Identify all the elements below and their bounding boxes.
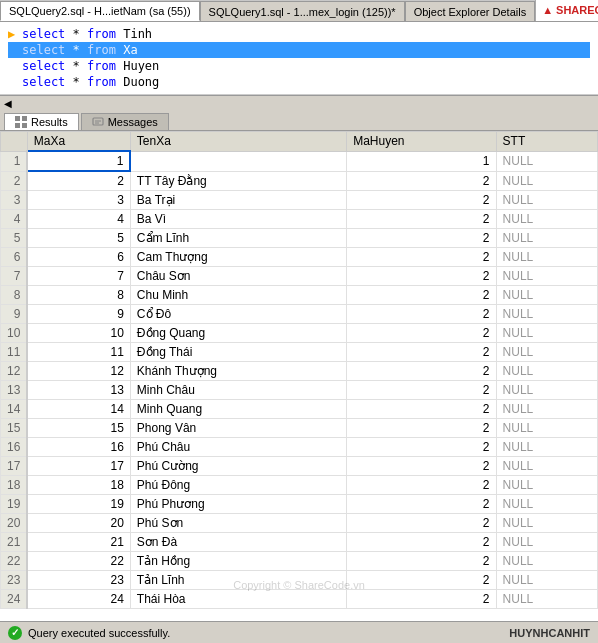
table-cell[interactable]: 2 [347, 343, 496, 362]
table-cell[interactable]: NULL [496, 248, 597, 267]
table-row[interactable]: 22TT Tây Đằng2NULL [1, 171, 598, 191]
table-cell[interactable]: 13 [27, 381, 130, 400]
table-row[interactable]: 1414Minh Quang2NULL [1, 400, 598, 419]
table-cell[interactable]: NULL [496, 229, 597, 248]
tab-results[interactable]: Results [4, 113, 79, 130]
table-row[interactable]: 99Cổ Đô2NULL [1, 305, 598, 324]
table-cell[interactable]: NULL [496, 590, 597, 609]
table-row[interactable]: 44Ba Vì2NULL [1, 210, 598, 229]
table-row[interactable]: 2323Tản Lĩnh2NULL [1, 571, 598, 590]
table-cell[interactable]: Cam Thượng [130, 248, 346, 267]
table-cell[interactable]: 11 [27, 343, 130, 362]
table-cell[interactable]: 5 [27, 229, 130, 248]
table-cell[interactable]: 24 [27, 590, 130, 609]
table-cell[interactable]: Khánh Thượng [130, 362, 346, 381]
table-cell[interactable]: NULL [496, 151, 597, 171]
table-cell[interactable]: 2 [347, 495, 496, 514]
table-cell[interactable]: Phong Vân [130, 419, 346, 438]
table-cell[interactable]: 19 [27, 495, 130, 514]
table-cell[interactable]: NULL [496, 476, 597, 495]
table-cell[interactable]: 22 [27, 552, 130, 571]
table-cell[interactable]: 2 [347, 457, 496, 476]
table-row[interactable]: 2424Thái Hòa2NULL [1, 590, 598, 609]
data-grid[interactable]: MaXa TenXa MaHuyen STT 111NULL22TT Tây Đ… [0, 131, 598, 621]
table-cell[interactable]: 2 [347, 438, 496, 457]
table-cell[interactable]: 8 [27, 286, 130, 305]
table-cell[interactable]: Phú Cường [130, 457, 346, 476]
scroll-arrow-left[interactable]: ◀ [4, 98, 12, 109]
table-cell[interactable]: 1 [347, 151, 496, 171]
table-cell[interactable]: Phú Đông [130, 476, 346, 495]
table-cell[interactable]: 2 [347, 552, 496, 571]
table-cell[interactable]: Thái Hòa [130, 590, 346, 609]
table-cell[interactable]: NULL [496, 571, 597, 590]
table-cell[interactable]: Cẩm Lĩnh [130, 229, 346, 248]
table-row[interactable]: 55Cẩm Lĩnh2NULL [1, 229, 598, 248]
table-row[interactable]: 1818Phú Đông2NULL [1, 476, 598, 495]
table-row[interactable]: 2222Tản Hồng2NULL [1, 552, 598, 571]
table-cell[interactable]: NULL [496, 400, 597, 419]
table-cell[interactable]: 18 [27, 476, 130, 495]
table-row[interactable]: 1616Phú Châu2NULL [1, 438, 598, 457]
table-cell[interactable]: NULL [496, 191, 597, 210]
table-row[interactable]: 111NULL [1, 151, 598, 171]
table-cell[interactable]: Phú Phương [130, 495, 346, 514]
table-cell[interactable]: 2 [347, 171, 496, 191]
table-cell[interactable]: 2 [347, 571, 496, 590]
table-cell[interactable]: 2 [347, 229, 496, 248]
table-cell[interactable]: NULL [496, 438, 597, 457]
table-cell[interactable]: 17 [27, 457, 130, 476]
table-cell[interactable]: Minh Quang [130, 400, 346, 419]
table-cell[interactable]: Sơn Đà [130, 533, 346, 552]
table-cell[interactable]: Tản Hồng [130, 552, 346, 571]
table-cell[interactable]: 16 [27, 438, 130, 457]
table-row[interactable]: 1919Phú Phương2NULL [1, 495, 598, 514]
table-row[interactable]: 66Cam Thượng2NULL [1, 248, 598, 267]
table-cell[interactable]: Châu Sơn [130, 267, 346, 286]
table-cell[interactable]: Ba Vì [130, 210, 346, 229]
table-row[interactable]: 88Chu Minh2NULL [1, 286, 598, 305]
table-cell[interactable]: NULL [496, 514, 597, 533]
table-cell[interactable]: Phú Sơn [130, 514, 346, 533]
table-cell[interactable]: 2 [347, 324, 496, 343]
tab-object-explorer[interactable]: Object Explorer Details [405, 1, 536, 21]
table-cell[interactable]: NULL [496, 286, 597, 305]
table-cell[interactable]: Cổ Đô [130, 305, 346, 324]
table-cell[interactable]: NULL [496, 457, 597, 476]
tab-sqlquery1[interactable]: SQLQuery1.sql - 1...mex_login (125))* [200, 1, 405, 21]
table-cell[interactable]: Minh Châu [130, 381, 346, 400]
table-row[interactable]: 1515Phong Vân2NULL [1, 419, 598, 438]
table-cell[interactable]: Ba Trại [130, 191, 346, 210]
table-cell[interactable] [130, 151, 346, 171]
table-row[interactable]: 1313Minh Châu2NULL [1, 381, 598, 400]
table-cell[interactable]: Đồng Thái [130, 343, 346, 362]
table-cell[interactable]: 2 [347, 362, 496, 381]
tab-sqlquery2[interactable]: SQLQuery2.sql - H...ietNam (sa (55)) [0, 1, 200, 21]
table-cell[interactable]: 2 [347, 267, 496, 286]
tab-messages[interactable]: Messages [81, 113, 169, 130]
table-row[interactable]: 1212Khánh Thượng2NULL [1, 362, 598, 381]
table-cell[interactable]: 14 [27, 400, 130, 419]
table-cell[interactable]: 2 [347, 305, 496, 324]
table-cell[interactable]: 21 [27, 533, 130, 552]
table-cell[interactable]: NULL [496, 419, 597, 438]
table-cell[interactable]: 15 [27, 419, 130, 438]
table-cell[interactable]: 2 [347, 381, 496, 400]
table-cell[interactable]: NULL [496, 533, 597, 552]
table-cell[interactable]: 23 [27, 571, 130, 590]
table-cell[interactable]: 2 [27, 171, 130, 191]
table-cell[interactable]: Phú Châu [130, 438, 346, 457]
table-cell[interactable]: NULL [496, 552, 597, 571]
table-cell[interactable]: 2 [347, 248, 496, 267]
table-cell[interactable]: 2 [347, 286, 496, 305]
table-cell[interactable]: NULL [496, 210, 597, 229]
table-cell[interactable]: 2 [347, 400, 496, 419]
table-cell[interactable]: NULL [496, 343, 597, 362]
table-cell[interactable]: 2 [347, 514, 496, 533]
table-cell[interactable]: NULL [496, 267, 597, 286]
table-cell[interactable]: 2 [347, 210, 496, 229]
table-cell[interactable]: 9 [27, 305, 130, 324]
table-cell[interactable]: NULL [496, 362, 597, 381]
table-cell[interactable]: 20 [27, 514, 130, 533]
table-cell[interactable]: NULL [496, 305, 597, 324]
